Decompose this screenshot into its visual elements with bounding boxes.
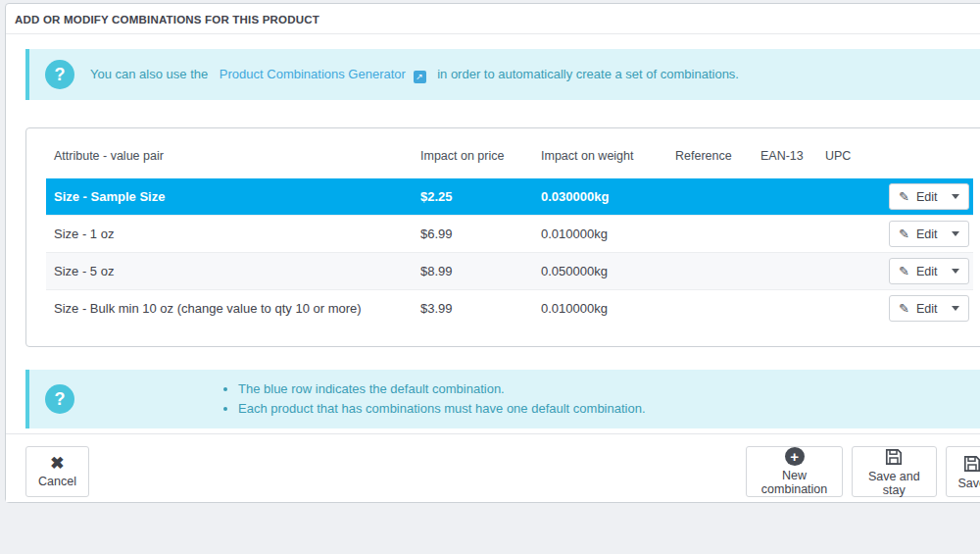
help-icon: ?: [45, 384, 74, 414]
footer-toolbar: ✖ Cancel + New combination Save and stay: [6, 433, 980, 502]
edit-dropdown-caret-icon[interactable]: [952, 194, 959, 199]
save-button-label: Save: [958, 477, 980, 490]
combination-row[interactable]: Size - 5 oz $8.99 0.050000kg ✎ Edit: [46, 253, 973, 290]
save-floppy-icon: [884, 447, 904, 467]
cell-attribute: Size - Sample Size: [46, 178, 416, 216]
cell-actions: ✎ Edit: [884, 216, 973, 253]
plus-circle-icon: +: [785, 447, 805, 466]
cell-weight: 0.050000kg: [536, 253, 670, 290]
pencil-icon: ✎: [899, 264, 909, 278]
cell-upc: [820, 216, 884, 253]
cell-price: $3.99: [416, 290, 536, 327]
panel-title: ADD OR MODIFY COMBINATIONS FOR THIS PROD…: [6, 4, 980, 34]
cell-attribute: Size - 5 oz: [46, 253, 416, 290]
external-link-icon[interactable]: ↗: [414, 71, 426, 83]
cell-price: $2.25: [416, 178, 536, 216]
combinations-table-panel: Attribute - value pair Impact on price I…: [25, 127, 980, 347]
column-header-actions: [884, 134, 973, 178]
column-header-attribute: Attribute - value pair: [46, 134, 416, 178]
edit-button-label: Edit: [916, 227, 938, 241]
cancel-button[interactable]: ✖ Cancel: [25, 446, 89, 497]
info-bullet: The blue row indicates the default combi…: [238, 379, 646, 399]
edit-button[interactable]: ✎ Edit: [889, 295, 969, 322]
edit-button-label: Edit: [916, 302, 938, 316]
edit-button[interactable]: ✎ Edit: [889, 258, 969, 284]
edit-button-label: Edit: [916, 190, 938, 204]
cell-ean13: [756, 216, 820, 253]
combination-row[interactable]: Size - Bulk min 10 oz (change value to q…: [46, 290, 973, 327]
cell-reference: [670, 290, 756, 327]
edit-button[interactable]: ✎ Edit: [889, 221, 969, 247]
save-button[interactable]: Save: [946, 446, 980, 497]
cancel-x-icon: ✖: [50, 455, 64, 472]
column-header-weight: Impact on weight: [536, 134, 670, 178]
edit-dropdown-caret-icon[interactable]: [952, 231, 959, 236]
info-text-before: You can also use the: [90, 67, 208, 81]
save-and-stay-label: Save and stay: [864, 470, 923, 497]
cell-ean13: [756, 290, 820, 327]
edit-dropdown-caret-icon[interactable]: [952, 269, 959, 274]
combinations-generator-link[interactable]: Product Combinations Generator: [220, 67, 406, 81]
column-header-upc: UPC: [820, 134, 884, 178]
cell-ean13: [756, 178, 820, 216]
info-alert-text: You can also use the Product Combination…: [90, 67, 739, 83]
cell-price: $6.99: [416, 216, 536, 253]
footer-right-actions: + New combination Save and stay: [746, 446, 980, 497]
cell-upc: [820, 178, 884, 216]
combination-row[interactable]: Size - 1 oz $6.99 0.010000kg ✎ Edit: [46, 216, 973, 253]
column-header-reference: Reference: [670, 134, 756, 178]
cell-actions: ✎ Edit: [884, 290, 973, 327]
cell-upc: [820, 253, 884, 290]
cell-price: $8.99: [416, 253, 536, 290]
cell-ean13: [756, 253, 820, 290]
save-floppy-icon: [962, 454, 980, 474]
help-icon: ?: [45, 60, 74, 89]
save-and-stay-button[interactable]: Save and stay: [852, 446, 936, 497]
cell-weight: 0.010000kg: [536, 290, 670, 327]
cell-attribute: Size - 1 oz: [46, 216, 416, 253]
cell-weight: 0.030000kg: [536, 178, 670, 216]
edit-button-label: Edit: [916, 265, 938, 278]
cell-actions: ✎ Edit: [884, 178, 973, 216]
column-header-price: Impact on price: [416, 134, 536, 178]
cell-attribute: Size - Bulk min 10 oz (change value to q…: [46, 290, 416, 327]
cancel-button-label: Cancel: [38, 475, 76, 488]
cell-weight: 0.010000kg: [536, 216, 670, 253]
combinations-panel: ADD OR MODIFY COMBINATIONS FOR THIS PROD…: [5, 3, 980, 503]
combination-row-default[interactable]: Size - Sample Size $2.25 0.030000kg ✎ Ed…: [46, 178, 973, 216]
info-alert-default-combination: ? The blue row indicates the default com…: [25, 370, 980, 428]
cell-upc: [820, 290, 884, 327]
pencil-icon: ✎: [899, 227, 909, 241]
edit-dropdown-caret-icon[interactable]: [952, 306, 959, 311]
info-text-after: in order to automatically create a set o…: [437, 67, 739, 81]
cell-reference: [670, 216, 756, 253]
pencil-icon: ✎: [899, 189, 909, 204]
cell-actions: ✎ Edit: [884, 253, 973, 290]
table-header-row: Attribute - value pair Impact on price I…: [46, 134, 973, 178]
new-combination-label: New combination: [759, 469, 830, 496]
cell-reference: [670, 253, 756, 290]
info-bullet: Each product that has combinations must …: [238, 399, 646, 419]
combinations-table: Attribute - value pair Impact on price I…: [46, 134, 973, 327]
pencil-icon: ✎: [899, 301, 909, 316]
info-bullet-list: The blue row indicates the default combi…: [222, 379, 646, 419]
new-combination-button[interactable]: + New combination: [746, 446, 843, 497]
column-header-ean13: EAN-13: [756, 134, 820, 178]
info-alert-generator: ? You can also use the Product Combinati…: [25, 49, 980, 100]
cell-reference: [670, 178, 756, 216]
edit-button[interactable]: ✎ Edit: [889, 183, 969, 210]
